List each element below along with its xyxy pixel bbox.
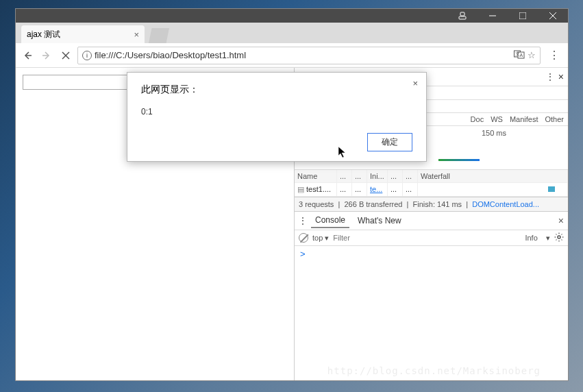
drawer-tab-console[interactable]: Console: [311, 213, 349, 228]
col-initiator[interactable]: Ini...: [367, 170, 388, 182]
alert-title: 此网页显示：: [141, 84, 412, 96]
table-header: Name ... ... Ini... ... ... Waterfall: [295, 170, 568, 183]
request-name: ▤ test1....: [295, 183, 337, 196]
drawer-close-icon[interactable]: ×: [558, 215, 564, 226]
log-level-selector[interactable]: Info ▾: [525, 234, 550, 243]
filter-manifest[interactable]: Manifest: [510, 115, 538, 123]
alert-ok-button[interactable]: 确定: [367, 133, 412, 151]
console-prompt: >: [300, 249, 306, 259]
browser-tab[interactable]: ajax 测试 ×: [21, 25, 145, 43]
col-waterfall[interactable]: Waterfall: [418, 170, 568, 182]
account-icon[interactable]: [447, 9, 477, 23]
file-icon: ▤: [297, 185, 304, 193]
console-body[interactable]: >: [295, 246, 568, 380]
forward-button[interactable]: [39, 48, 54, 63]
drawer-tab-whatsnew[interactable]: What's New: [353, 214, 406, 228]
close-window-button[interactable]: [538, 9, 568, 23]
site-info-icon[interactable]: i: [82, 51, 92, 60]
filter-other[interactable]: Other: [545, 115, 564, 123]
svg-text:A: A: [520, 53, 523, 58]
context-selector[interactable]: top ▾: [312, 234, 329, 243]
alert-close-icon[interactable]: ×: [412, 78, 418, 88]
devtools-menu-icon[interactable]: ⋮: [546, 72, 554, 82]
watermark-text: http://blog.csdn.net/Marksinoberg: [327, 365, 541, 376]
devtools-close-icon[interactable]: ×: [558, 71, 564, 82]
address-bar: i file:///C:/Users/biao/Desktop/test1.ht…: [16, 43, 568, 68]
console-filter-input[interactable]: [333, 234, 408, 242]
clear-console-icon[interactable]: [299, 233, 308, 243]
maximize-button[interactable]: [508, 9, 538, 23]
filter-doc[interactable]: Doc: [471, 115, 484, 123]
svg-rect-0: [460, 12, 464, 16]
drawer-tabbar: ⋮ Console What's New ×: [295, 212, 568, 230]
svg-rect-3: [519, 12, 526, 19]
new-tab-button[interactable]: [149, 28, 169, 43]
network-status-bar: 3 requests | 266 B transferred | Finish:…: [295, 197, 568, 212]
timeline-label: 150 ms: [482, 129, 506, 137]
back-button[interactable]: [20, 48, 35, 63]
waterfall-bar: [548, 186, 555, 192]
col-name[interactable]: Name: [295, 170, 337, 182]
page-viewport: × 此网页显示： 0:1 确定: [16, 68, 294, 380]
tab-strip: ajax 测试 ×: [16, 23, 568, 43]
filter-ws[interactable]: WS: [491, 115, 503, 123]
tab-title: ajax 测试: [27, 29, 60, 40]
translate-icon[interactable]: 文A: [514, 49, 525, 61]
drawer-menu-icon[interactable]: ⋮: [299, 216, 307, 225]
alert-message: 0:1: [141, 107, 412, 117]
browser-menu-icon[interactable]: ⋮: [545, 49, 564, 62]
content-area: × 此网页显示： 0:1 确定 twork » ⋮ × Preserve log…: [16, 68, 568, 380]
window-titlebar: [16, 9, 568, 23]
console-toolbar: top ▾ Info ▾: [295, 230, 568, 246]
svg-rect-1: [459, 16, 466, 19]
svg-point-14: [558, 236, 560, 238]
stop-reload-button[interactable]: [58, 48, 73, 63]
bookmark-star-icon[interactable]: ☆: [528, 50, 536, 60]
network-table: Name ... ... Ini... ... ... Waterfall ▤ …: [295, 170, 568, 197]
minimize-button[interactable]: [477, 9, 508, 23]
table-row[interactable]: ▤ test1.... ... ... te... ... ...: [295, 183, 568, 197]
close-tab-icon[interactable]: ×: [134, 29, 139, 40]
timeline-bar: [438, 159, 480, 161]
url-input[interactable]: i file:///C:/Users/biao/Desktop/test1.ht…: [77, 47, 541, 64]
console-settings-icon[interactable]: [554, 232, 564, 243]
page-text-input[interactable]: [23, 75, 140, 90]
browser-window: ajax 测试 × i file:///C:/Users/biao/Deskto…: [15, 8, 569, 381]
js-alert-dialog: × 此网页显示： 0:1 确定: [127, 72, 427, 162]
url-text: file:///C:/Users/biao/Desktop/test1.html: [95, 50, 246, 60]
